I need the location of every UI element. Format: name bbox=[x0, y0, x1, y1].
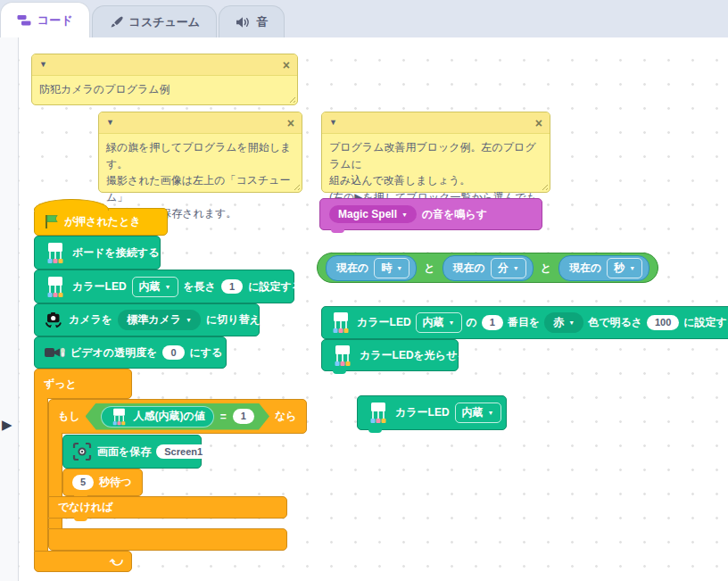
block-label: カラーLEDを光らせる bbox=[360, 348, 468, 363]
led-set-color-block[interactable]: カラーLED 内蔵▼ の 1 番目を 赤▼ 色で明るさ 100 に設定する bbox=[321, 306, 728, 339]
led-board-icon bbox=[331, 344, 354, 367]
dropdown-value: 内蔵 bbox=[139, 279, 161, 295]
block-label: ビデオの透明度を bbox=[70, 345, 157, 361]
collapsed-block-palette bbox=[0, 37, 19, 581]
block-label: 画面を保存 bbox=[97, 444, 151, 460]
led-brightness-input[interactable]: 100 bbox=[647, 315, 679, 329]
block-label: カラーLED bbox=[72, 279, 127, 295]
wait-seconds-block[interactable]: 5 秒待つ bbox=[62, 469, 143, 496]
tab-bar: コード コスチューム 音 bbox=[0, 0, 728, 37]
comment-header: ▼ × bbox=[32, 54, 297, 76]
chevron-down-icon: ▼ bbox=[629, 265, 635, 271]
led-color-dropdown[interactable]: 赤▼ bbox=[544, 312, 583, 333]
time-unit-dropdown[interactable]: 時▼ bbox=[374, 258, 410, 278]
reporter-label: 現在の bbox=[569, 261, 601, 276]
block-label: カメラを bbox=[69, 312, 112, 328]
if-else-bottom-bar[interactable] bbox=[48, 528, 287, 551]
reporter-label: 現在の bbox=[336, 261, 368, 276]
green-flag-icon bbox=[44, 214, 59, 229]
else-block-arm bbox=[48, 519, 62, 528]
block-label: を消す bbox=[507, 405, 540, 420]
save-screen-block[interactable]: 画面を保存 Screen1 bbox=[62, 435, 202, 469]
comment-header: ▼ × bbox=[322, 112, 550, 134]
block-label: 秒待つ bbox=[99, 475, 131, 490]
screenshot-icon bbox=[72, 442, 92, 461]
chevron-down-icon: ▼ bbox=[449, 320, 455, 326]
forever-block-arm bbox=[34, 398, 48, 551]
block-label: 色で明るさ bbox=[588, 315, 642, 330]
chevron-down-icon: ▼ bbox=[568, 320, 575, 326]
comment-close-icon[interactable]: × bbox=[535, 117, 542, 129]
tab-costumes[interactable]: コスチューム bbox=[92, 5, 218, 37]
comment-close-icon[interactable]: × bbox=[283, 59, 290, 71]
led-port-dropdown[interactable]: 内蔵▼ bbox=[455, 403, 501, 423]
led-board-icon bbox=[44, 242, 67, 264]
transparency-input[interactable]: 0 bbox=[162, 345, 184, 360]
current-hour-reporter[interactable]: 現在の 時▼ bbox=[326, 255, 417, 281]
chevron-down-icon: ▼ bbox=[513, 265, 519, 271]
tab-sounds-label: 音 bbox=[256, 14, 268, 30]
palette-expand-icon[interactable]: ▶ bbox=[2, 418, 12, 431]
reporter-label: 現在の bbox=[453, 261, 485, 276]
time-unit-dropdown[interactable]: 分▼ bbox=[491, 258, 526, 278]
tab-costumes-label: コスチューム bbox=[129, 14, 201, 30]
equals-condition-block[interactable]: 人感(内蔵)の値 = 1 bbox=[86, 403, 269, 430]
else-label-bar[interactable]: でなければ bbox=[48, 496, 287, 519]
led-port-dropdown[interactable]: 内蔵▼ bbox=[132, 277, 178, 297]
led-light-up-block[interactable]: カラーLEDを光らせる bbox=[321, 339, 459, 371]
tab-code[interactable]: コード bbox=[0, 2, 90, 37]
when-flag-clicked-block[interactable]: が押されたとき bbox=[34, 208, 168, 236]
comment-text[interactable]: 防犯カメラのプログラム例 bbox=[32, 76, 297, 104]
block-label: カラーLED bbox=[357, 315, 411, 330]
sound-select-dropdown[interactable]: Magic Spell▼ bbox=[329, 205, 417, 223]
dropdown-value: 標準カメラ bbox=[127, 312, 181, 328]
comment-improvement-blocks[interactable]: ▼ × プログラム改善用ブロック例。左のプログラムに 組み込んで改善しましょう。… bbox=[321, 112, 550, 193]
camera-select-dropdown[interactable]: 標準カメラ▼ bbox=[118, 310, 201, 330]
if-else-block[interactable]: もし 人感(内蔵)の値 = 1 なら bbox=[48, 399, 307, 434]
block-label: もし bbox=[58, 409, 80, 424]
led-setup-block[interactable]: カラーLED 内蔵▼ を長さ 1 に設定する bbox=[34, 270, 294, 303]
comment-collapse-icon[interactable]: ▼ bbox=[39, 61, 47, 69]
wait-seconds-input[interactable]: 5 bbox=[72, 475, 94, 489]
comment-program-title[interactable]: ▼ × 防犯カメラのプログラム例 bbox=[31, 54, 298, 105]
led-board-icon bbox=[329, 311, 352, 334]
comment-collapse-icon[interactable]: ▼ bbox=[106, 119, 114, 127]
led-length-input[interactable]: 1 bbox=[221, 279, 243, 294]
compare-value-input[interactable]: 1 bbox=[233, 409, 254, 423]
block-label: ボードを接続する bbox=[72, 245, 159, 261]
comment-close-icon[interactable]: × bbox=[287, 117, 294, 129]
play-sound-block[interactable]: Magic Spell▼ の音を鳴らす bbox=[319, 198, 542, 230]
time-unit-dropdown[interactable]: 秒▼ bbox=[607, 258, 642, 278]
led-index-input[interactable]: 1 bbox=[482, 315, 503, 329]
tab-code-label: コード bbox=[37, 12, 73, 29]
tab-sounds[interactable]: 音 bbox=[219, 5, 285, 37]
block-label: と bbox=[424, 261, 434, 276]
camera-switch-block[interactable]: カメラを 標準カメラ▼ に切り替える bbox=[34, 303, 260, 336]
code-blocks-icon bbox=[17, 14, 31, 27]
video-transparency-block[interactable]: ビデオの透明度を 0 にする bbox=[34, 336, 227, 369]
dropdown-value: 秒 bbox=[614, 261, 625, 276]
led-turn-off-block[interactable]: カラーLED 内蔵▼ を消す bbox=[357, 395, 507, 430]
forever-bottom-bar[interactable]: ⤾ bbox=[34, 551, 132, 572]
comment-line: 組み込んで改善しましょう。 bbox=[329, 172, 542, 189]
block-label: カラーLED bbox=[395, 405, 450, 420]
comment-collapse-icon[interactable]: ▼ bbox=[329, 119, 337, 127]
connect-board-block[interactable]: ボードを接続する bbox=[34, 236, 161, 270]
block-label: と bbox=[541, 261, 551, 276]
block-label: の音を鳴らす bbox=[422, 207, 487, 222]
reporter-label: 人感(内蔵)の値 bbox=[134, 409, 205, 424]
block-label: を長さ bbox=[184, 279, 217, 295]
equals-operator: = bbox=[220, 411, 227, 423]
screen-name-input[interactable]: Screen1 bbox=[156, 444, 211, 459]
comment-program-howto[interactable]: ▼ × 緑の旗を押してプログラムを開始します。 撮影された画像は左上の「コスチュ… bbox=[98, 112, 302, 193]
join-current-time-block[interactable]: 現在の 時▼ と 現在の 分▼ と 現在の 秒▼ bbox=[317, 253, 658, 283]
led-port-dropdown[interactable]: 内蔵▼ bbox=[416, 312, 462, 333]
dropdown-value: 赤 bbox=[553, 315, 564, 330]
block-label: に設定する bbox=[248, 279, 302, 295]
loop-arrow-icon: ⤾ bbox=[109, 553, 125, 569]
current-minute-reporter[interactable]: 現在の 分▼ bbox=[443, 255, 534, 281]
current-second-reporter[interactable]: 現在の 秒▼ bbox=[558, 255, 649, 281]
block-label: に設定する bbox=[683, 315, 728, 330]
forever-block[interactable]: ずっと bbox=[34, 369, 132, 399]
pir-sensor-value-reporter[interactable]: 人感(内蔵)の値 bbox=[101, 406, 214, 427]
